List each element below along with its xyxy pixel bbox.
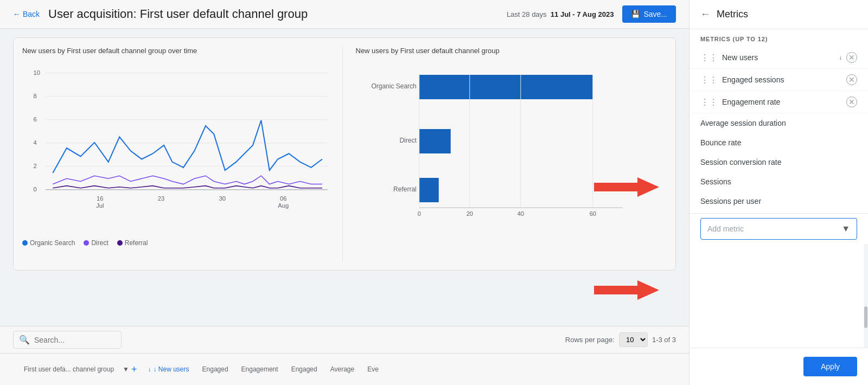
sidebar-footer: Apply bbox=[690, 348, 868, 385]
scrollbar-thumb[interactable] bbox=[864, 306, 867, 328]
search-input[interactable] bbox=[34, 336, 116, 344]
add-metric-placeholder: Add metric bbox=[707, 224, 744, 233]
svg-text:8: 8 bbox=[33, 93, 36, 99]
rows-per-page-select[interactable]: 10 25 50 bbox=[619, 332, 648, 347]
add-metric-row: Add metric ▼ bbox=[690, 213, 868, 244]
remove-engaged-sessions-button[interactable]: ✕ bbox=[846, 74, 857, 85]
remove-engagement-rate-button[interactable]: ✕ bbox=[846, 97, 857, 107]
back-button[interactable]: ← Back bbox=[13, 10, 40, 18]
legend-label-direct: Direct bbox=[91, 239, 108, 247]
sidebar-title: Metrics bbox=[717, 9, 748, 20]
chart-container: New users by First user default channel … bbox=[13, 37, 676, 271]
search-box[interactable]: 🔍 bbox=[13, 331, 122, 349]
legend-item-organic: Organic Search bbox=[22, 239, 75, 247]
drag-handle-icon[interactable]: ⋮⋮ bbox=[700, 53, 718, 63]
bar-chart-section: New users by First user default channel … bbox=[343, 47, 667, 261]
rows-per-page-label: Rows per page: bbox=[565, 336, 615, 344]
legend-label-referral: Referral bbox=[125, 239, 148, 247]
sidebar-header: ← Metrics bbox=[690, 0, 868, 29]
svg-text:60: 60 bbox=[589, 210, 596, 217]
metric-list-item-sessions-per-user[interactable]: Sessions per user bbox=[690, 191, 868, 211]
metric-list-item-bounce-rate[interactable]: Bounce rate bbox=[690, 133, 868, 152]
legend-dot-direct bbox=[84, 240, 89, 246]
svg-text:6: 6 bbox=[33, 116, 36, 123]
bottom-bar: 🔍 Rows per page: 10 25 50 1-3 of 3 bbox=[0, 326, 689, 353]
save-icon: 💾 bbox=[631, 10, 640, 18]
legend-item-referral: Referral bbox=[117, 239, 148, 247]
remove-new-users-button[interactable]: ✕ bbox=[846, 52, 857, 63]
metric-list-item-sessions[interactable]: Sessions bbox=[690, 172, 868, 191]
table-footer: First user defa... channel group ▼ + ↓ ↓… bbox=[0, 353, 689, 385]
sidebar: ← Metrics METRICS (UP TO 12) ⋮⋮ New user… bbox=[689, 0, 868, 385]
svg-text:Referral: Referral bbox=[393, 185, 417, 193]
line-chart-area: 10 8 6 4 2 0 bbox=[22, 61, 334, 235]
sort-arrow-icon: ↓ bbox=[148, 365, 151, 373]
search-icon: 🔍 bbox=[19, 335, 30, 345]
drag-handle-icon-2[interactable]: ⋮⋮ bbox=[700, 75, 718, 85]
metric-item-new-users: ⋮⋮ New users ↓ ✕ bbox=[690, 47, 868, 69]
svg-text:40: 40 bbox=[517, 210, 524, 217]
top-bar: ← Back User acquisition: First user defa… bbox=[0, 0, 689, 29]
legend-item-direct: Direct bbox=[84, 239, 108, 247]
bar-chart-title: New users by First user default channel … bbox=[356, 47, 667, 55]
svg-text:30: 30 bbox=[219, 195, 226, 202]
svg-rect-24 bbox=[419, 178, 438, 202]
page-title: User acquisition: First user default cha… bbox=[48, 7, 498, 21]
metric-label-avg-session: Average session duration bbox=[700, 119, 786, 127]
metric-item-engagement-rate: ⋮⋮ Engagement rate ✕ bbox=[690, 91, 868, 113]
col-header-eve: Eve bbox=[361, 361, 385, 377]
add-col-button[interactable]: + bbox=[131, 364, 137, 375]
svg-text:06: 06 bbox=[280, 195, 287, 202]
sort-indicator-new-users: ↓ bbox=[839, 54, 842, 61]
chart-legend: Organic Search Direct Referral bbox=[22, 239, 334, 247]
svg-text:0: 0 bbox=[417, 210, 420, 217]
svg-text:16: 16 bbox=[97, 195, 104, 202]
rows-per-page: Rows per page: 10 25 50 1-3 of 3 bbox=[565, 332, 676, 347]
save-button[interactable]: 💾 Save... bbox=[622, 5, 676, 23]
main-content: ← Back User acquisition: First user defa… bbox=[0, 0, 689, 385]
scrollbar-track bbox=[864, 244, 868, 348]
metric-name-engaged-sessions: Engaged sessions bbox=[722, 75, 842, 84]
svg-text:23: 23 bbox=[158, 195, 165, 202]
col-header-new-users: ↓ ↓ New users bbox=[142, 361, 196, 377]
add-metric-select[interactable]: Add metric ▼ bbox=[700, 218, 857, 240]
svg-text:2: 2 bbox=[33, 163, 36, 169]
legend-dot-organic bbox=[22, 240, 28, 246]
content-area: New users by First user default channel … bbox=[0, 29, 689, 326]
svg-text:Organic Search: Organic Search bbox=[371, 82, 416, 90]
apply-button[interactable]: Apply bbox=[803, 357, 857, 376]
svg-text:Direct: Direct bbox=[399, 137, 417, 144]
metrics-section-label: METRICS (UP TO 12) bbox=[690, 29, 868, 47]
svg-text:10: 10 bbox=[33, 69, 40, 76]
metric-list-item-session-conversion[interactable]: Session conversion rate bbox=[690, 152, 868, 172]
svg-rect-22 bbox=[419, 75, 592, 99]
metric-label-sessions-per-user: Sessions per user bbox=[700, 197, 761, 206]
legend-label-organic: Organic Search bbox=[30, 239, 75, 247]
col-header-group: First user defa... channel group bbox=[17, 361, 120, 377]
date-range: Last 28 days 11 Jul - 7 Aug 2023 bbox=[507, 10, 614, 18]
line-chart-section: New users by First user default channel … bbox=[22, 47, 343, 261]
pagination-info: 1-3 of 3 bbox=[652, 336, 676, 344]
svg-text:20: 20 bbox=[466, 210, 473, 217]
svg-rect-23 bbox=[419, 129, 450, 153]
col-header-average: Average bbox=[324, 361, 361, 377]
sidebar-back-button[interactable]: ← bbox=[700, 9, 710, 20]
metric-item-engaged-sessions: ⋮⋮ Engaged sessions ✕ bbox=[690, 69, 868, 91]
col-header-engaged: Engaged bbox=[196, 361, 235, 377]
metric-label-sessions: Sessions bbox=[700, 177, 731, 186]
metric-label-session-conversion: Session conversion rate bbox=[700, 158, 781, 166]
dropdown-arrow-icon: ▼ bbox=[841, 224, 850, 234]
svg-text:Aug: Aug bbox=[278, 202, 289, 209]
metric-label-bounce-rate: Bounce rate bbox=[700, 138, 742, 147]
svg-text:Jul: Jul bbox=[96, 202, 104, 209]
svg-text:0: 0 bbox=[33, 186, 36, 193]
col-header-engagement: Engagement bbox=[235, 361, 285, 377]
legend-dot-referral bbox=[117, 240, 123, 246]
col-header-engaged2: Engaged bbox=[285, 361, 324, 377]
metric-list-item-avg-session[interactable]: Average session duration bbox=[690, 113, 868, 133]
metric-name-new-users: New users bbox=[722, 53, 834, 62]
drag-handle-icon-3[interactable]: ⋮⋮ bbox=[700, 97, 718, 107]
svg-text:4: 4 bbox=[33, 139, 36, 146]
metric-name-engagement-rate: Engagement rate bbox=[722, 98, 842, 106]
line-chart-title: New users by First user default channel … bbox=[22, 47, 334, 55]
